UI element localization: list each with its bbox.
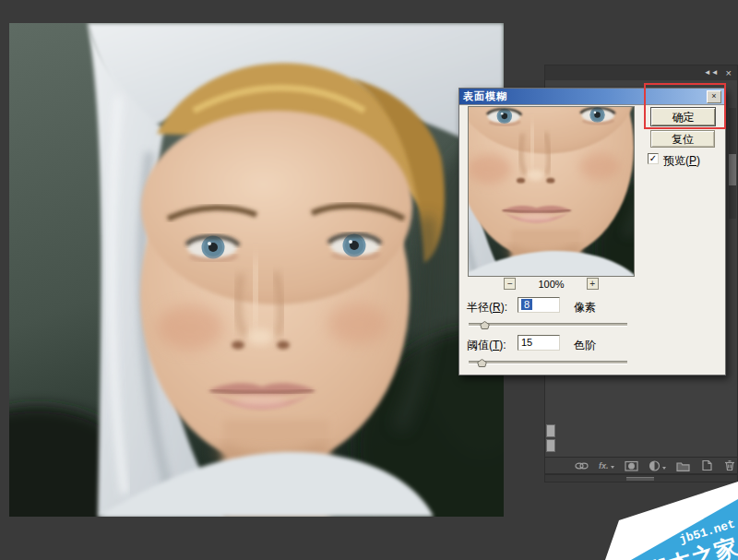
ok-button[interactable]: 确定 bbox=[650, 107, 716, 126]
threshold-input[interactable]: 15 bbox=[518, 335, 560, 351]
radius-input[interactable]: 8 bbox=[518, 297, 560, 313]
threshold-label: 阈值(T): bbox=[467, 338, 506, 353]
panel-footer bbox=[544, 474, 738, 483]
delete-layer-icon[interactable] bbox=[723, 459, 736, 471]
photoshop-workspace: ◄◄ × fx. bbox=[0, 0, 738, 560]
threshold-slider[interactable] bbox=[469, 357, 627, 366]
threshold-slider-thumb[interactable] bbox=[477, 357, 487, 370]
panel-scrollbar-thumb[interactable] bbox=[729, 154, 736, 185]
dropdown-arrow-icon bbox=[662, 467, 666, 470]
layers-panel-iconbar: fx. bbox=[545, 457, 737, 473]
preview-zoom-controls: − 100% + bbox=[468, 278, 635, 290]
zoom-level: 100% bbox=[538, 279, 564, 290]
scrollbar-fragment[interactable] bbox=[546, 439, 555, 452]
new-group-icon[interactable] bbox=[676, 460, 690, 471]
panel-resize-grip[interactable] bbox=[626, 477, 654, 481]
collapse-panel-icon[interactable]: ◄◄ bbox=[704, 69, 719, 77]
radius-slider-track[interactable] bbox=[469, 323, 627, 327]
panel-scrollbar[interactable] bbox=[729, 108, 736, 219]
watermark-name: 脚本之家 bbox=[642, 531, 738, 560]
reset-button[interactable]: 复位 bbox=[650, 130, 715, 148]
zoom-out-button[interactable]: − bbox=[504, 278, 516, 290]
preview-checkbox-label[interactable]: 预览(P) bbox=[663, 153, 700, 169]
zoom-in-button[interactable]: + bbox=[587, 278, 599, 290]
surface-blur-dialog: 表面模糊 × − 100% + 半径(R): 8 像素 阈值(T): 15 色阶 bbox=[458, 88, 726, 375]
radius-unit: 像素 bbox=[574, 300, 596, 316]
canvas-image[interactable] bbox=[9, 23, 504, 517]
layer-mask-icon[interactable] bbox=[625, 460, 638, 471]
scrollbar-fragment[interactable] bbox=[546, 424, 555, 437]
dialog-titlebar[interactable]: 表面模糊 × bbox=[459, 89, 725, 105]
adjustment-layer-icon[interactable] bbox=[649, 460, 666, 471]
radius-slider[interactable] bbox=[469, 319, 627, 328]
panel-header: ◄◄ × bbox=[545, 66, 737, 80]
link-layers-icon[interactable] bbox=[575, 460, 589, 471]
dialog-title: 表面模糊 bbox=[459, 89, 507, 103]
watermark-site: jb51.net bbox=[677, 517, 736, 547]
layer-style-icon[interactable]: fx. bbox=[599, 461, 614, 471]
threshold-unit: 色阶 bbox=[574, 338, 596, 353]
radius-slider-thumb[interactable] bbox=[480, 319, 490, 332]
close-panel-icon[interactable]: × bbox=[726, 68, 732, 78]
preview-checkbox[interactable]: ✓ bbox=[648, 153, 659, 164]
blur-preview[interactable] bbox=[468, 106, 635, 277]
threshold-value: 15 bbox=[521, 337, 532, 348]
threshold-slider-track[interactable] bbox=[469, 361, 627, 364]
radius-label: 半径(R): bbox=[467, 300, 507, 316]
new-layer-icon[interactable] bbox=[700, 459, 713, 471]
radius-value: 8 bbox=[521, 299, 532, 310]
dialog-close-icon[interactable]: × bbox=[707, 90, 721, 103]
dropdown-arrow-icon bbox=[611, 466, 614, 469]
portrait-photo bbox=[9, 23, 504, 517]
preview-image bbox=[469, 107, 634, 276]
